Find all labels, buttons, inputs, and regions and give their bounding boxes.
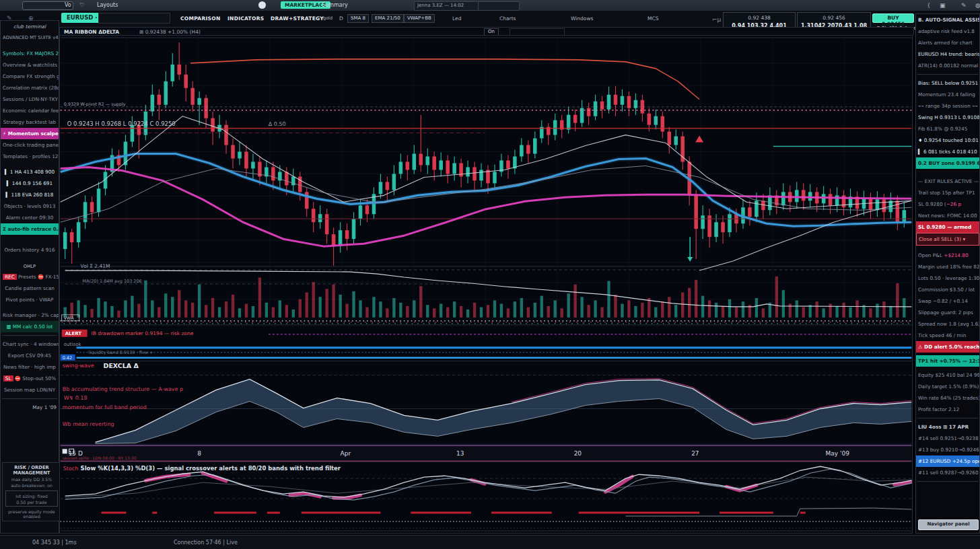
list-item[interactable]: #14 sell 0.9251→0.9238 <box>916 433 979 444</box>
list-item[interactable]: REC Presets ⛔ FX-15 delta <box>1 271 59 283</box>
list-item[interactable]: Close all SELL (3) ▾ <box>916 233 979 246</box>
chip-ema[interactable]: EMA 21/50 <box>372 14 404 23</box>
list-item[interactable]: Session map LDN/NY <box>1 384 59 396</box>
list-item[interactable]: #11 sell 0.9287→0.9260 <box>916 467 979 478</box>
list-item[interactable]: Momentum 23.4 falling <box>916 89 979 100</box>
list-item[interactable]: Σ auto-fib retrace 0.618 <box>1 223 59 235</box>
list-item[interactable]: Symbols: FX MAJORS 28 <box>1 48 59 59</box>
list-item[interactable]: Export CSV 09:45 <box>1 350 59 361</box>
bracket-icon[interactable]: ⟨ <box>928 2 930 9</box>
list-item[interactable]: Chart sync · 4 windows <box>1 338 59 350</box>
list-item[interactable]: TP1 hit +0.75% — 12:10 <box>916 355 979 367</box>
list-item[interactable]: SL ⛔ Stop-out 50% <box>1 373 59 384</box>
list-item[interactable]: Risk manager · 2% cap <box>1 309 59 321</box>
list-item[interactable]: Next news: FOMC 14:00 <box>916 210 979 221</box>
list-item[interactable]: LIU 4oss ⊞ 17 APR <box>916 421 979 433</box>
timeframe-label[interactable]: D <box>339 15 343 22</box>
list-item[interactable]: Swing H 0.9313 L 0.9108 <box>916 112 979 123</box>
avatar[interactable] <box>258 1 266 9</box>
menu-led[interactable]: Led <box>452 15 461 22</box>
list-item[interactable]: ▍ 144 0.9 156 691 <box>1 178 59 189</box>
list-item[interactable]: ♦ 0.9254 touched 10:01 <box>916 135 979 146</box>
list-item[interactable]: Tick speed 46 / min <box>916 330 979 341</box>
symbol-search-box[interactable] <box>98 13 170 24</box>
list-item[interactable]: May 1 '09 <box>1 402 59 413</box>
list-item[interactable]: ADVANCED MT SUITE v4.2 <box>1 32 59 44</box>
list-item[interactable]: ▍ 1 HA 413 408 900 <box>1 166 59 178</box>
chip-sma[interactable]: SMA 8 <box>347 14 369 23</box>
list-item[interactable]: ATR(14) 0.00182 normal <box>916 60 979 71</box>
list-item[interactable]: Profit factor 2.12 <box>916 404 979 415</box>
list-item[interactable]: ⚡ Momentum scalper v2 <box>1 128 59 139</box>
alert-chip: SL <box>3 375 13 381</box>
list-item[interactable]: Daily target 1.5% (0.9%) <box>916 381 979 392</box>
list-item[interactable]: Equity $25 410 bal 24 998 <box>916 369 979 381</box>
list-item[interactable]: — EXIT RULES ACTIVE — <box>916 176 979 187</box>
list-item[interactable]: Commission $3.50 / lot <box>916 284 979 295</box>
list-item[interactable]: Open P&L +$214.80 <box>916 250 979 261</box>
list-item[interactable]: Win rate 64% (25 trades) <box>916 392 979 404</box>
list-item[interactable]: Trail stop 15p after TP1 <box>916 187 979 198</box>
list-item[interactable]: B. AUTO-SIGNAL ASSISTANT <box>916 14 979 26</box>
list-item[interactable]: Candle pattern scan <box>1 283 59 294</box>
list-item[interactable]: Spread now 1.8 (avg 1.6) <box>916 318 979 330</box>
list-item[interactable]: Lots 0.50 · leverage 1:30 <box>916 272 979 284</box>
tab-comparison[interactable]: COMPARISON <box>180 15 221 22</box>
favorite-icon[interactable]: ♡ <box>79 2 84 8</box>
list-item[interactable]: Overview & watchlists <box>1 59 59 71</box>
list-item[interactable]: Strategy backtest lab <box>1 116 59 128</box>
list-item[interactable]: SL 0.9280 — armed <box>916 221 979 233</box>
list-item[interactable]: Correlation matrix (28d) <box>1 82 59 94</box>
list-item[interactable]: One-click trading panel <box>1 139 59 151</box>
menu-charts[interactable]: Charts <box>499 15 516 22</box>
secondary-input[interactable] <box>478 1 520 11</box>
list-item[interactable]: Objects · levels 0913 <box>1 200 59 212</box>
list-item[interactable]: SL 0.9280 (−26 p <box>916 198 979 210</box>
chip-vwap[interactable]: VWAP+BB <box>404 14 435 23</box>
bell-icon[interactable]: ◍ <box>975 2 980 9</box>
list-item[interactable]: Alarm center 09:30 <box>1 212 59 223</box>
list-item[interactable]: #12 EURUSD +24.5p open <box>916 455 979 467</box>
list-item[interactable]: Fib 61.8% @ 0.9245 <box>916 123 979 135</box>
list-item[interactable]: Compare FX strength grid <box>1 71 59 82</box>
list-item[interactable]: ⚠ DD alert 5.0% reached <box>916 341 979 353</box>
svg-text:Slow %K(14,3,3) %D(3) — signal: Slow %K(14,3,3) %D(3) — signal crossover… <box>81 465 341 472</box>
list-item[interactable]: Slippage guard: 2 pips <box>916 307 979 318</box>
list-item[interactable]: News filter · high imp <box>1 361 59 373</box>
list-item[interactable]: ▍ 6 081 ticks 4 018 410 <box>916 146 979 157</box>
list-item[interactable]: adaptive risk feed v1.8 <box>916 26 979 37</box>
lot-sizing-box[interactable]: lot sizing: fixed 0.50 per trade <box>5 490 58 507</box>
list-item[interactable]: Bias: SELL below 0.9251 <box>916 77 979 89</box>
menu-layouts[interactable]: Layouts <box>97 2 118 8</box>
list-item[interactable]: EURUSD H4 trend: bearish <box>916 48 979 60</box>
list-item[interactable]: Orders history 4 916 <box>1 244 59 256</box>
list-item[interactable]: Sessions / LDN·NY·TKY <box>1 94 59 105</box>
pencil-icon[interactable]: ✎ <box>961 2 967 9</box>
navigator-button[interactable]: Navigator panel <box>918 519 979 530</box>
list-item[interactable]: Pivot points · VWAP <box>1 294 59 305</box>
list-item[interactable]: ⌁⌁ range 34p session ⌁⌁ <box>916 100 979 112</box>
list-item[interactable]: Margin used 18% free 82% <box>916 261 979 272</box>
menu-view[interactable]: Vo <box>65 2 71 8</box>
list-item[interactable]: ▦ MM calc 0.50 lot <box>1 321 59 332</box>
list-item[interactable]: #13 buy 0.9210→0.9246 <box>916 444 979 455</box>
top-menu-bar: ⊞ ▽ Vo ♡ Layouts MARKETPLACE Summary Jen… <box>0 0 980 11</box>
menu-windows[interactable]: Windows <box>571 15 593 22</box>
tab-indicators[interactable]: INDICATORS <box>228 15 264 22</box>
svg-text:Stoch: Stoch <box>63 466 79 472</box>
tab-draw-strategy[interactable]: DRAW+STRATEGY <box>271 15 324 22</box>
monitor-icon[interactable]: ▣ <box>940 2 946 9</box>
price-chart-canvas[interactable]: 15 D8Apr132027May '09session splits · LD… <box>59 35 913 534</box>
list-item[interactable]: club terminal <box>1 21 59 32</box>
list-item[interactable]: OHLP <box>1 262 59 271</box>
menu-summary[interactable]: Summary <box>322 2 348 8</box>
session-input[interactable]: Jenna 3.EZ — 14:02 <box>414 1 480 11</box>
menu-mcs[interactable]: MCS <box>648 15 658 22</box>
list-item[interactable]: ▍ 118 EVA 260 818 <box>1 189 59 200</box>
buy-button[interactable]: BUY 0.92456 <box>872 13 914 23</box>
list-item[interactable]: 0.2 BUY zone 0.9199 6/6 <box>916 157 979 169</box>
list-item[interactable]: Alerts armed for chart <box>916 37 979 48</box>
list-item[interactable]: Templates · profiles 12 <box>1 151 59 162</box>
list-item[interactable]: Swap −0.82 / +0.14 <box>916 295 979 307</box>
list-item[interactable]: Economic calendar feed <box>1 105 59 116</box>
